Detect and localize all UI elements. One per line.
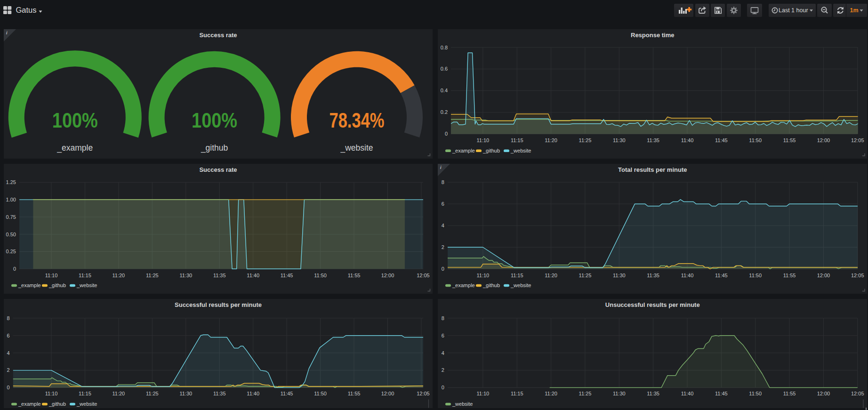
svg-text:11:15: 11:15 — [79, 391, 91, 396]
svg-text:100%: 100% — [52, 109, 98, 132]
svg-text:11:15: 11:15 — [510, 137, 523, 143]
svg-text:11:25: 11:25 — [146, 391, 159, 396]
svg-text:11:15: 11:15 — [510, 272, 523, 278]
svg-text:11:55: 11:55 — [783, 391, 796, 396]
svg-text:0: 0 — [13, 266, 16, 272]
svg-text:11:10: 11:10 — [476, 137, 489, 143]
svg-text:12:05: 12:05 — [851, 272, 864, 278]
svg-text:0.50: 0.50 — [6, 231, 16, 237]
svg-text:11:55: 11:55 — [348, 272, 361, 278]
svg-text:0.4: 0.4 — [440, 88, 447, 93]
svg-text:_github: _github — [482, 282, 500, 288]
svg-text:2: 2 — [441, 367, 444, 373]
svg-text:11:30: 11:30 — [179, 391, 192, 396]
svg-text:8: 8 — [441, 315, 444, 321]
svg-text:12:05: 12:05 — [417, 391, 430, 396]
svg-text:11:45: 11:45 — [281, 391, 293, 396]
svg-text:0.8: 0.8 — [440, 45, 447, 50]
svg-text:11:30: 11:30 — [179, 272, 192, 278]
svg-text:12:00: 12:00 — [817, 272, 830, 278]
svg-text:_example: _example — [18, 282, 41, 288]
svg-text:11:25: 11:25 — [579, 391, 591, 396]
svg-text:8: 8 — [7, 315, 9, 321]
svg-text:100%: 100% — [192, 109, 237, 132]
svg-text:0.2: 0.2 — [440, 109, 447, 115]
svg-text:11:50: 11:50 — [749, 272, 762, 278]
svg-text:11:35: 11:35 — [213, 272, 226, 278]
svg-text:12:00: 12:00 — [381, 391, 394, 396]
svg-text:11:40: 11:40 — [247, 272, 259, 278]
svg-text:6: 6 — [7, 332, 9, 338]
svg-text:_website: _website — [510, 148, 531, 153]
svg-text:8: 8 — [441, 179, 444, 185]
svg-text:11:55: 11:55 — [783, 272, 796, 278]
svg-text:_github: _github — [482, 148, 500, 153]
svg-text:6: 6 — [441, 332, 444, 338]
svg-text:0: 0 — [7, 385, 9, 390]
svg-text:_website: _website — [76, 401, 97, 407]
svg-text:11:50: 11:50 — [749, 137, 762, 143]
svg-text:0: 0 — [441, 266, 444, 272]
svg-text:11:10: 11:10 — [45, 272, 58, 278]
svg-text:_github: _github — [48, 282, 66, 288]
svg-text:_example: _example — [18, 401, 41, 407]
svg-text:_example: _example — [452, 148, 475, 153]
svg-text:11:55: 11:55 — [783, 137, 796, 143]
svg-text:_website: _website — [452, 401, 473, 407]
svg-text:0.6: 0.6 — [440, 66, 447, 72]
svg-text:0.25: 0.25 — [6, 249, 16, 254]
svg-text:Last 1 hour: Last 1 hour — [779, 7, 808, 14]
svg-text:1.00: 1.00 — [6, 196, 16, 202]
svg-text:11:35: 11:35 — [647, 137, 659, 143]
svg-text:11:40: 11:40 — [681, 391, 693, 396]
svg-text:Success rate: Success rate — [199, 166, 237, 173]
svg-text:11:20: 11:20 — [545, 272, 557, 278]
svg-text:11:20: 11:20 — [545, 391, 557, 396]
svg-text:_github: _github — [201, 143, 228, 153]
svg-text:_website: _website — [76, 282, 97, 288]
svg-text:11:15: 11:15 — [79, 272, 91, 278]
svg-text:11:40: 11:40 — [247, 391, 259, 396]
svg-text:11:10: 11:10 — [476, 272, 489, 278]
svg-text:11:35: 11:35 — [647, 391, 659, 396]
svg-text:11:25: 11:25 — [579, 137, 591, 143]
svg-text:11:45: 11:45 — [715, 137, 727, 143]
svg-text:11:30: 11:30 — [612, 391, 625, 396]
svg-text:11:40: 11:40 — [681, 272, 693, 278]
svg-text:_website: _website — [340, 143, 373, 153]
svg-text:4: 4 — [441, 350, 444, 355]
svg-text:11:45: 11:45 — [715, 272, 727, 278]
svg-text:11:20: 11:20 — [113, 391, 125, 396]
svg-text:11:10: 11:10 — [45, 391, 58, 396]
svg-text:11:35: 11:35 — [647, 272, 659, 278]
svg-text:Response time: Response time — [631, 32, 674, 39]
svg-text:_example: _example — [56, 143, 93, 153]
svg-text:4: 4 — [7, 350, 9, 355]
svg-text:12:00: 12:00 — [817, 137, 830, 143]
svg-text:11:45: 11:45 — [715, 391, 727, 396]
svg-text:11:30: 11:30 — [612, 137, 625, 143]
svg-text:78.34%: 78.34% — [330, 109, 385, 132]
svg-text:12:00: 12:00 — [817, 391, 830, 396]
svg-text:12:05: 12:05 — [851, 137, 864, 143]
svg-text:Successful results per minute: Successful results per minute — [175, 301, 262, 308]
svg-text:6: 6 — [441, 201, 444, 206]
svg-text:11:45: 11:45 — [281, 272, 293, 278]
svg-text:11:20: 11:20 — [545, 137, 557, 143]
svg-text:4: 4 — [441, 223, 444, 228]
svg-text:11:15: 11:15 — [510, 391, 523, 396]
svg-text:11:50: 11:50 — [314, 272, 327, 278]
svg-text:12:00: 12:00 — [381, 272, 394, 278]
svg-text:_github: _github — [48, 401, 66, 407]
svg-text:Success rate: Success rate — [199, 32, 237, 39]
svg-text:11:55: 11:55 — [348, 391, 361, 396]
svg-text:11:35: 11:35 — [213, 391, 226, 396]
svg-text:2: 2 — [441, 244, 444, 250]
svg-text:12:05: 12:05 — [417, 272, 430, 278]
svg-text:0.75: 0.75 — [6, 214, 16, 219]
svg-text:0: 0 — [444, 131, 447, 137]
svg-text:11:25: 11:25 — [579, 272, 591, 278]
svg-text:_example: _example — [452, 282, 475, 288]
svg-text:2: 2 — [7, 367, 9, 373]
svg-text:_website: _website — [510, 282, 531, 288]
